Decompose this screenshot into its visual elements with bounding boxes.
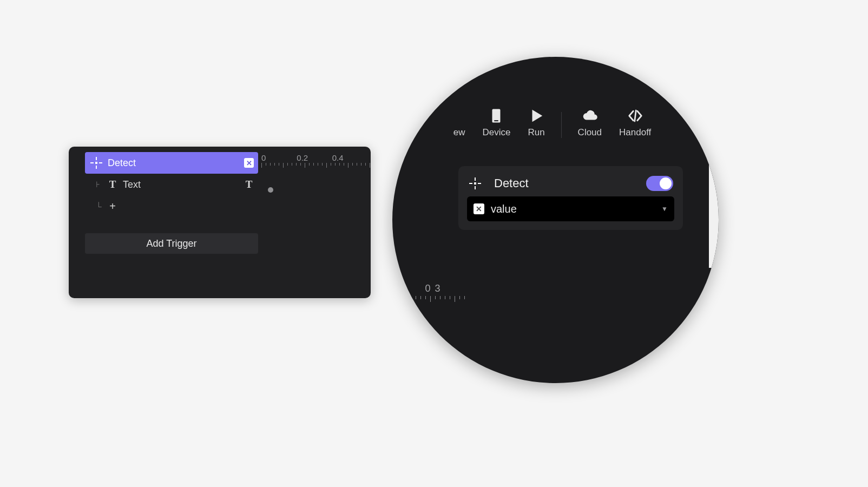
- trigger-label: Text: [123, 179, 141, 190]
- chevron-down-icon: [661, 205, 668, 213]
- ruler-tick-label: 0: [407, 283, 435, 294]
- tree-guide-icon: └: [96, 202, 103, 211]
- toolbar-label: ew: [453, 127, 465, 138]
- toolbar-cloud-button[interactable]: Cloud: [569, 108, 610, 138]
- toolbar: ew Device Run Cloud Handoff: [392, 108, 719, 138]
- variable-badge-icon[interactable]: [244, 158, 254, 168]
- trigger-row-detect[interactable]: Detect: [85, 152, 258, 174]
- timeline-ruler[interactable]: 0 0.2 0.4: [261, 153, 367, 170]
- toolbar-device-button[interactable]: Device: [474, 108, 519, 138]
- toolbar-label: Run: [528, 127, 544, 138]
- code-icon: [627, 108, 643, 124]
- panel-edge: [709, 143, 719, 268]
- value-label: value: [491, 203, 517, 215]
- detail-closeup: ew Device Run Cloud Handoff Detect: [392, 57, 719, 383]
- toolbar-run-button[interactable]: Run: [519, 108, 553, 138]
- mini-ruler: 0 3: [407, 283, 462, 302]
- detect-inspector-card: Detect value: [458, 166, 683, 230]
- play-icon: [528, 108, 544, 124]
- detect-icon: [469, 177, 481, 189]
- trigger-list: Detect ⊦ T Text T └ +: [85, 152, 258, 217]
- card-title: Detect: [494, 176, 529, 190]
- add-trigger-button[interactable]: Add Trigger: [85, 233, 258, 254]
- variable-badge-icon: [474, 203, 484, 214]
- keyframe-dot[interactable]: [268, 187, 273, 193]
- toolbar-handoff-button[interactable]: Handoff: [610, 108, 660, 138]
- toolbar-separator: [561, 112, 562, 138]
- toolbar-preview-button[interactable]: ew: [451, 127, 474, 138]
- toolbar-label: Device: [482, 127, 510, 138]
- cloud-icon: [582, 108, 598, 124]
- trigger-row-add[interactable]: └ +: [85, 195, 258, 217]
- device-icon: [488, 108, 504, 124]
- plus-icon: +: [108, 200, 117, 213]
- ruler-tick-label: 0: [261, 153, 297, 162]
- detect-enable-toggle[interactable]: [646, 176, 673, 191]
- svg-rect-1: [495, 120, 499, 121]
- toolbar-label: Handoff: [619, 127, 651, 138]
- text-type-icon: T: [108, 179, 117, 190]
- tree-guide-icon: ⊦: [96, 180, 103, 189]
- triggers-panel: Detect ⊦ T Text T └ + Add Trigger 0 0.2 …: [69, 147, 371, 298]
- toolbar-label: Cloud: [578, 127, 602, 138]
- detect-icon: [90, 157, 102, 169]
- ruler-tick-label: 0.2: [297, 153, 332, 162]
- add-trigger-label: Add Trigger: [146, 238, 196, 249]
- trigger-row-text[interactable]: ⊦ T Text T: [85, 174, 258, 195]
- ruler-tick-label: 0.4: [332, 153, 367, 162]
- text-indicator-icon: T: [244, 179, 254, 190]
- svg-line-2: [634, 110, 636, 121]
- detect-value-dropdown[interactable]: value: [467, 196, 674, 221]
- trigger-label: Detect: [108, 157, 136, 169]
- ruler-tick-label: 3: [435, 283, 462, 294]
